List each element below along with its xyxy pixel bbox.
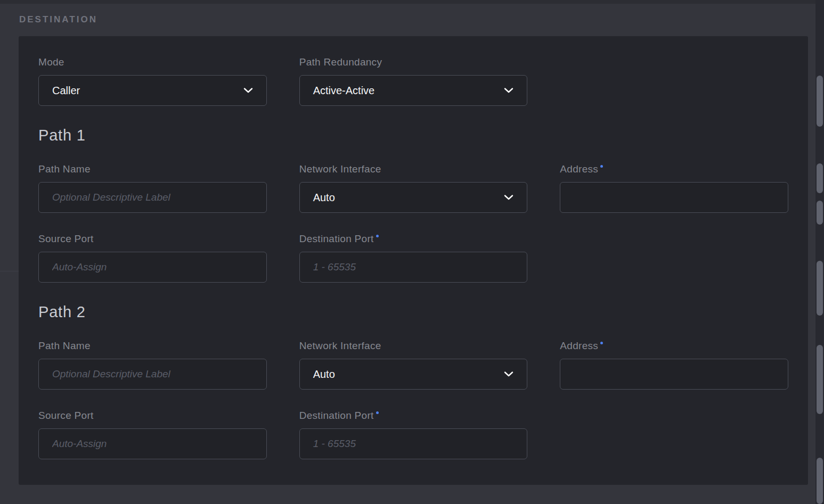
path2-address-label: Address xyxy=(560,341,788,351)
required-indicator xyxy=(600,342,603,344)
background-divider xyxy=(0,271,19,271)
section-title: DESTINATION xyxy=(19,14,97,25)
path1-source-port-input[interactable] xyxy=(38,252,267,283)
path1-network-interface-field: Network Interface Auto xyxy=(299,164,528,213)
path2-address-input[interactable] xyxy=(560,359,788,390)
top-edge-band xyxy=(0,0,824,4)
path2-source-port-label: Source Port xyxy=(38,410,267,421)
path1-destination-port-label: Destination Port xyxy=(299,234,528,244)
path1-address-field: Address xyxy=(560,164,788,213)
path1-address-label: Address xyxy=(560,164,788,175)
chevron-down-icon xyxy=(504,195,513,200)
destination-settings-page: DESTINATION Mode Caller Path Redundancy … xyxy=(0,0,824,504)
path2-destination-port-input[interactable] xyxy=(299,428,528,459)
mode-select[interactable]: Caller xyxy=(38,75,267,106)
path2-path-name-field: Path Name xyxy=(38,341,267,390)
path2-path-name-label: Path Name xyxy=(38,341,267,351)
path2-destination-port-label: Destination Port xyxy=(299,410,528,421)
path1-path-name-field: Path Name xyxy=(38,164,267,213)
mode-select-value: Caller xyxy=(52,85,80,97)
path2-destination-port-field: Destination Port xyxy=(299,410,528,459)
path2-address-field: Address xyxy=(560,341,788,390)
path2-source-port-input[interactable] xyxy=(38,428,267,459)
path-redundancy-field: Path Redundancy Active-Active xyxy=(299,57,528,106)
scrollbar-thumb[interactable] xyxy=(817,261,823,316)
scrollbar-thumb[interactable] xyxy=(817,76,823,127)
path1-destination-port-field: Destination Port xyxy=(299,234,528,283)
path2-row1: Path Name Network Interface Auto Address xyxy=(38,341,788,390)
path1-path-name-label: Path Name xyxy=(38,164,267,175)
path1-network-interface-value: Auto xyxy=(313,192,335,204)
required-indicator xyxy=(600,165,603,168)
mode-label: Mode xyxy=(38,57,267,68)
path1-heading: Path 1 xyxy=(38,127,788,144)
required-indicator xyxy=(376,235,379,237)
scrollbar-track[interactable] xyxy=(815,0,824,504)
path2-network-interface-label: Network Interface xyxy=(299,341,528,351)
mode-row: Mode Caller Path Redundancy Active-Activ… xyxy=(38,57,788,106)
path2-source-port-field: Source Port xyxy=(38,410,267,459)
scrollbar-thumb[interactable] xyxy=(817,163,823,193)
path1-source-port-field: Source Port xyxy=(38,234,267,283)
chevron-down-icon xyxy=(504,88,513,93)
chevron-down-icon xyxy=(504,371,513,377)
scrollbar-thumb[interactable] xyxy=(817,458,823,504)
path1-network-interface-select[interactable]: Auto xyxy=(299,182,528,213)
path1-network-interface-label: Network Interface xyxy=(299,164,528,175)
scrollbar-thumb[interactable] xyxy=(817,345,823,414)
path1-destination-port-input[interactable] xyxy=(299,252,528,283)
destination-panel: Mode Caller Path Redundancy Active-Activ… xyxy=(19,36,808,485)
path1-source-port-label: Source Port xyxy=(38,234,267,244)
path2-heading: Path 2 xyxy=(38,303,788,321)
path-redundancy-select[interactable]: Active-Active xyxy=(299,75,528,106)
path2-path-name-input[interactable] xyxy=(38,359,267,390)
chevron-down-icon xyxy=(243,88,253,93)
path2-network-interface-field: Network Interface Auto xyxy=(299,341,528,390)
scrollbar-thumb[interactable] xyxy=(817,201,823,225)
path-redundancy-select-value: Active-Active xyxy=(313,85,375,97)
path1-address-input[interactable] xyxy=(560,182,788,213)
path1-row2: Source Port Destination Port xyxy=(38,234,788,283)
path1-path-name-input[interactable] xyxy=(38,182,267,213)
mode-field: Mode Caller xyxy=(38,57,267,106)
path2-network-interface-value: Auto xyxy=(313,368,335,381)
path-redundancy-label: Path Redundancy xyxy=(299,57,528,68)
path2-row2: Source Port Destination Port xyxy=(38,410,788,459)
required-indicator xyxy=(376,411,379,414)
path1-row1: Path Name Network Interface Auto Address xyxy=(38,164,788,213)
path2-network-interface-select[interactable]: Auto xyxy=(299,359,528,390)
